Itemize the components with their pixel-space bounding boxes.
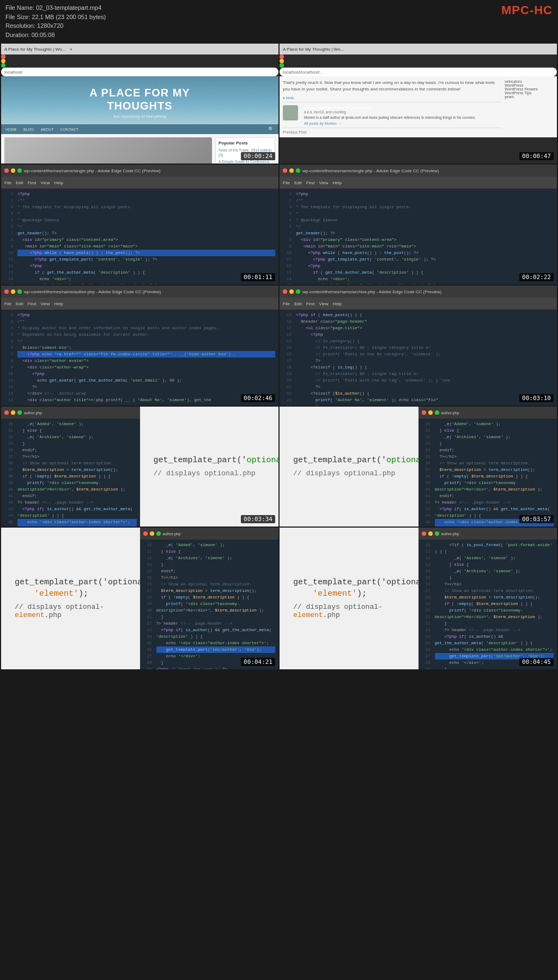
- thumb-8[interactable]: get_template_part('optional'); // displa…: [280, 407, 557, 527]
- prev-post-2: Previous Post: [283, 128, 501, 134]
- line-numbers-4: 1234567891011121314151617181920212223242…: [283, 191, 292, 282]
- editor-title-5: wp-content/themes/name/author.php - Adob…: [24, 289, 161, 294]
- thumbnail-grid: A Place for My Thoughts | Wo... × localh…: [0, 43, 558, 670]
- editor-title-4: wp-content/themes/name/single.php - Adob…: [302, 168, 439, 173]
- about-role-2: a.k.a. mor10, and counting: [304, 110, 476, 114]
- filesize: File Size: 22,1 MB (23 200 051 bytes): [5, 13, 553, 22]
- line-numbers-6: 1011121314151617181920212223242526272829…: [283, 312, 292, 403]
- toolbar-6: File Edit Find View Help: [280, 298, 557, 310]
- code-lines-3: <?php /** * The template for displaying …: [17, 191, 275, 282]
- editor-chrome-3: wp-content/themes/name/single.php - Adob…: [1, 165, 278, 177]
- editor-title-right-9: author.php: [163, 532, 181, 536]
- large-code-10b: 'element');: [293, 589, 405, 598]
- editor-title-6: wp-content/themes/name/archive.php - Ado…: [302, 289, 441, 294]
- editor-chrome-right-8: author.php: [418, 407, 557, 419]
- thumb-3[interactable]: wp-content/themes/name/single.php - Adob…: [1, 165, 278, 285]
- editor-title-right-8: author.php: [441, 411, 459, 415]
- thumb-10[interactable]: get_template_part('optional', 'element')…: [280, 528, 557, 669]
- code-lines-6: <?php if ( have_posts() ) { $header clas…: [296, 312, 554, 403]
- url-bar-1: localhost/: [1, 68, 278, 76]
- blog-main-1: [4, 137, 212, 164]
- mpc-dash: -: [530, 3, 534, 17]
- editor-chrome-right-9: author.php: [140, 528, 279, 540]
- thumb-4[interactable]: wp-content/themes/name/single.php - Adob…: [280, 165, 557, 285]
- blog-header-1: A PLACE FOR MYTHOUGHTS the repository of…: [1, 76, 278, 124]
- blog-content-1: Popular Posts Tools of the Trade, 2014 e…: [1, 134, 278, 164]
- split-right-8: author.php 30313233343536373839404142434…: [418, 407, 557, 527]
- split-8: get_template_part('optional'); // displa…: [280, 407, 557, 527]
- line-numbers-3: 1234567891011121314151617181920212223242…: [4, 191, 13, 282]
- about-content-2: That's pretty much it. Now that you know…: [280, 76, 557, 137]
- large-code-10a: get_template_part('optional',: [293, 578, 405, 587]
- large-code-9b: 'element');: [15, 589, 126, 598]
- tab-bar-1: A Place for My Thoughts | Wo... ×: [1, 44, 278, 55]
- large-comment-10: // displays optional-element.php: [293, 603, 405, 619]
- min-dot-2: [280, 59, 284, 63]
- min-dot: [1, 59, 5, 63]
- about-bio-2: Morten is a staff author at lynda.com an…: [304, 115, 476, 120]
- about-text-2: About Morten Rand-Hendriksen a.k.a. mor1…: [304, 105, 476, 125]
- editor-title-left-7: author.php: [24, 411, 42, 415]
- sidebar-links: velocators WordPress WordPress Flowers W…: [505, 80, 554, 99]
- max-dot-2: [280, 63, 284, 68]
- about-name-2: About Morten Rand-Hendriksen: [304, 105, 476, 110]
- editor-chrome-5: wp-content/themes/name/author.php - Adob…: [1, 286, 278, 298]
- nav-contact: CONTACT: [60, 128, 78, 131]
- large-comment-7: // displays optional.php: [154, 469, 265, 477]
- code-body-6: 1011121314151617181920212223242526272829…: [280, 310, 557, 406]
- thumb-2[interactable]: A Place for My Thoughts | Wo... localhos…: [280, 44, 557, 164]
- timestamp-5: 00:02:46: [241, 394, 275, 402]
- thumb-7[interactable]: author.php 30313233343536373839404142434…: [1, 407, 278, 527]
- line-numbers-5: 1234567891011121314151617181920212223: [4, 312, 13, 403]
- url-bar-2: localhost/localhost/...: [280, 68, 557, 76]
- duration: Duration: 00:05:08: [5, 31, 553, 40]
- code-body-right-8: 3031323334353637383940414243444546474849…: [418, 419, 557, 527]
- split-7: author.php 30313233343536373839404142434…: [1, 407, 278, 527]
- timestamp-4: 00:02:22: [519, 273, 554, 281]
- toolbar-4: File Edit Find View Help: [280, 177, 557, 189]
- large-comment-8: // displays optional.php: [293, 469, 405, 477]
- blog-image-1: [4, 137, 212, 164]
- editor-title-right-10: author.php: [441, 532, 459, 536]
- editor-chrome-right-10: author.php: [418, 528, 557, 540]
- blog-nav-1: HOME BLOG ABOUT CONTACT 🔍: [1, 124, 278, 134]
- hc-text: HC: [534, 3, 553, 17]
- timestamp-8: 00:03:57: [519, 515, 554, 523]
- thumb-6[interactable]: wp-content/themes/name/archive.php - Ado…: [280, 286, 557, 406]
- timestamp-10: 00:04:45: [519, 658, 554, 666]
- code-editor-5: wp-content/themes/name/author.php - Adob…: [1, 286, 278, 406]
- split-left-8: get_template_part('optional'); // displa…: [280, 407, 418, 527]
- nav-about: ABOUT: [40, 128, 53, 131]
- split-right-7: get_template_part('optional'); // displa…: [140, 407, 279, 527]
- max-dot: [1, 63, 5, 68]
- editor-title-3: wp-content/themes/name/single.php - Adob…: [24, 168, 160, 173]
- info-bar: File Name: 02_03-templatepart.mp4 File S…: [0, 0, 558, 43]
- code-editor-right-9: author.php 10111213141516171819202122232…: [140, 528, 279, 669]
- blog-subtitle-1: the repository of everything: [1, 114, 278, 119]
- about-main-2: That's pretty much it. Now that you know…: [283, 80, 501, 134]
- code-editor-3: wp-content/themes/name/single.php - Adob…: [1, 165, 278, 285]
- timestamp-1: 00:00:24: [241, 152, 275, 160]
- code-editor-6: wp-content/themes/name/archive.php - Ado…: [280, 286, 557, 406]
- timestamp-7: 00:03:34: [241, 515, 275, 523]
- split-left-9: get_template_part('optional', 'element')…: [1, 528, 140, 669]
- timestamp-6: 00:03:10: [519, 394, 554, 402]
- editor-chrome-6: wp-content/themes/name/archive.php - Ado…: [280, 286, 557, 298]
- code-body-3: 1234567891011121314151617181920212223242…: [1, 189, 278, 285]
- code-lines-5: <?php /** * Display author bio and other…: [17, 312, 275, 403]
- large-code-7: get_template_part('optional');: [154, 456, 265, 465]
- code-body-right-10: 1011121314151617181920212223242526272829…: [418, 540, 557, 669]
- thumb-1[interactable]: A Place for My Thoughts | Wo... × localh…: [1, 44, 278, 164]
- resolution: Resolution: 1280x720: [5, 21, 553, 31]
- large-code-8: get_template_part('optional');: [293, 456, 405, 465]
- search-icon-1: 🔍: [268, 126, 274, 132]
- tab-bar-2: A Place for My Thoughts | Wo...: [280, 44, 557, 55]
- split-left-10: get_template_part('optional', 'element')…: [280, 528, 418, 669]
- code-body-5: 1234567891011121314151617181920212223 <?…: [1, 310, 278, 406]
- blog-title-1: A PLACE FOR MYTHOUGHTS: [1, 86, 278, 112]
- thumb-9[interactable]: get_template_part('optional', 'element')…: [1, 528, 278, 669]
- thumb-5[interactable]: wp-content/themes/name/author.php - Adob…: [1, 286, 278, 406]
- tags-link: ♦ tools: [283, 96, 501, 100]
- close-dot-2: [280, 55, 284, 59]
- split-right-10: author.php 10111213141516171819202122232…: [418, 528, 557, 669]
